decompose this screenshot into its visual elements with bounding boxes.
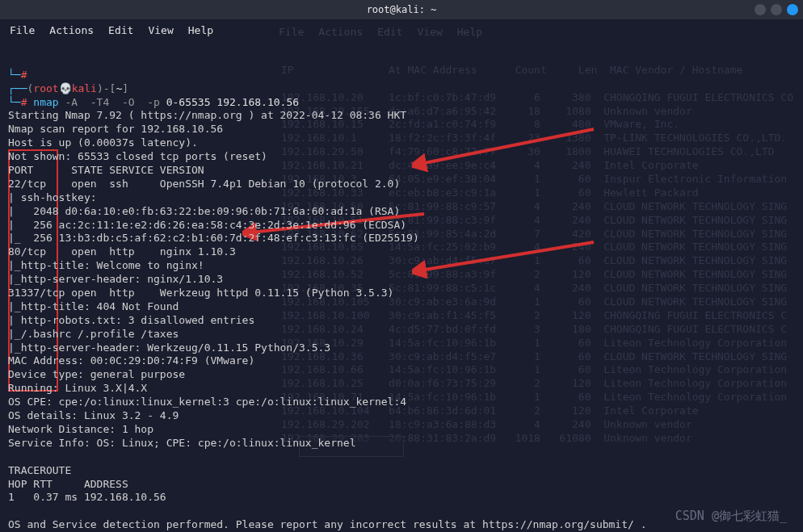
- output-line: Running: Linux 3.X|4.X: [8, 382, 147, 394]
- output-line: |_http-server-header: nginx/1.10.3: [8, 273, 223, 285]
- prompt-host: kali: [72, 82, 97, 94]
- menu-file[interactable]: File: [10, 24, 35, 36]
- ghost-menu-edit: Edit: [377, 26, 402, 38]
- minimize-icon[interactable]: [755, 4, 766, 15]
- output-line: Network Distance: 1 hop: [8, 423, 153, 435]
- output-line: |_ 256 13:b3:db:c5:af:62:c2:b1:60:7d:2f:…: [8, 232, 419, 244]
- output-line: 31337/tcp open http Werkzeug httpd 0.11.…: [8, 287, 393, 299]
- output-line: | 256 ac:2c:11:1e:e2:d6:26:ea:58:c4:3e:2…: [8, 219, 406, 231]
- output-line: |_http-title: 404 Not Found: [8, 300, 179, 312]
- ghost-menu-view: View: [417, 26, 442, 38]
- output-line: OS CPE: cpe:/o:linux:linux_kernel:3 cpe:…: [8, 396, 406, 408]
- prompt-user: root: [33, 82, 58, 94]
- maximize-icon[interactable]: [771, 4, 782, 15]
- menu-help[interactable]: Help: [188, 24, 213, 36]
- menu-edit[interactable]: Edit: [108, 24, 133, 36]
- ghost-menu-actions: Actions: [318, 26, 363, 38]
- output-line: | ssh-hostkey:: [8, 191, 103, 203]
- output-line: |_/.bashrc /.profile /taxes: [8, 328, 179, 340]
- output-line: | http-robots.txt: 3 disallowed entries: [8, 314, 261, 326]
- ghost-menu-help: Help: [457, 26, 482, 38]
- titlebar: root@kali: ~: [0, 0, 803, 19]
- output-line: 1 0.37 ms 192.168.10.56: [8, 491, 166, 503]
- command-args: 0-65535 192.168.10.56: [160, 96, 299, 108]
- output-line: |_http-title: Welcome to nginx!: [8, 259, 204, 271]
- ghost-menu-file: File: [279, 26, 304, 38]
- output-line: Starting Nmap 7.92 ( https://nmap.org ) …: [8, 109, 406, 121]
- menu-view[interactable]: View: [148, 24, 173, 36]
- output-line: Not shown: 65533 closed tcp ports (reset…: [8, 150, 267, 162]
- menu-actions[interactable]: Actions: [49, 24, 94, 36]
- command-flags: -A -T4 -O -p: [59, 96, 160, 108]
- ghost-menubar: File Actions Edit View Help: [279, 26, 482, 38]
- output-line: OS and Service detection performed. Plea…: [8, 518, 647, 530]
- output-line: Service Info: OS: Linux; CPE: cpe:/o:lin…: [8, 437, 355, 449]
- output-line: OS details: Linux 3.2 - 4.9: [8, 409, 179, 421]
- output-line: Host is up (0.00037s latency).: [8, 136, 198, 149]
- output-line: PORT STATE SERVICE VERSION: [8, 164, 204, 176]
- window-title: root@kali: ~: [367, 4, 437, 15]
- close-icon[interactable]: [787, 4, 798, 15]
- output-line: 80/tcp open http nginx 1.10.3: [8, 245, 236, 258]
- prompt-hash: #: [21, 69, 27, 81]
- output-line: MAC Address: 00:0C:29:D0:74:F9 (VMware): [8, 354, 254, 367]
- output-line: | 2048 d0:6a:10:e0:fb:63:22:be:09:96:0b:…: [8, 205, 400, 217]
- output-line: HOP RTT ADDRESS: [8, 478, 128, 490]
- output-line: TRACEROUTE: [8, 464, 71, 476]
- output-line: |_http-server-header: Werkzeug/0.11.15 P…: [8, 341, 330, 354]
- window-controls: [755, 4, 798, 15]
- terminal[interactable]: └─# ┌──(root💀kali)-[~] └─# nmap -A -T4 -…: [0, 41, 803, 532]
- command-nmap: nmap: [33, 96, 58, 108]
- output-line: 22/tcp open ssh OpenSSH 7.4p1 Debian 10 …: [8, 178, 400, 190]
- output-line: Device type: general purpose: [8, 368, 185, 380]
- output-line: Nmap scan report for 192.168.10.56: [8, 123, 223, 135]
